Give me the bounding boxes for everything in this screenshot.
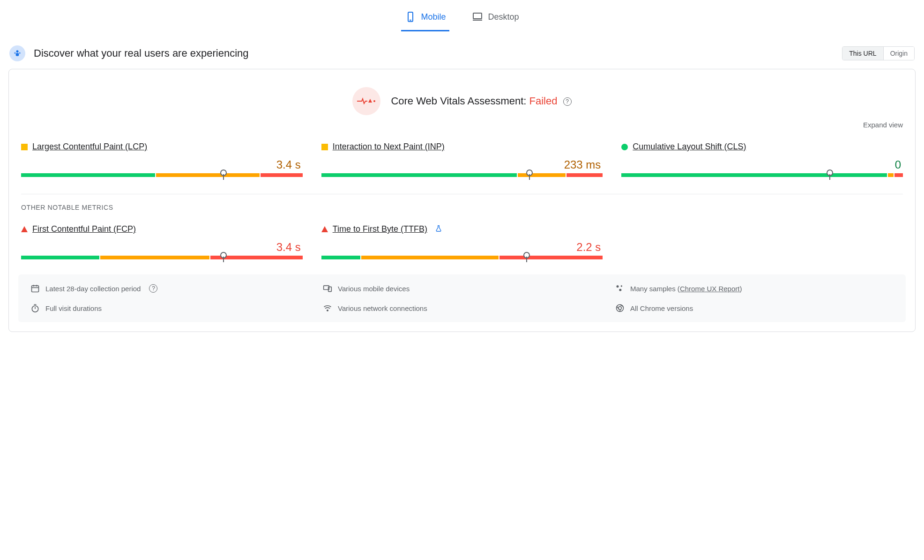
bar-orange [888, 173, 894, 177]
metric-fcp-value: 3.4 s [21, 241, 303, 254]
bar-orange [156, 173, 260, 177]
metric-lcp-value: 3.4 s [21, 158, 303, 171]
other-metrics-grid: First Contentful Paint (FCP) 3.4 s Time … [9, 214, 915, 264]
footer-period: Latest 28-day collection period ? [30, 284, 309, 293]
scope-origin[interactable]: Origin [883, 47, 914, 60]
vitals-panel: Core Web Vitals Assessment: Failed ? Exp… [8, 69, 916, 332]
desktop-icon [472, 11, 483, 22]
svg-point-6 [19, 52, 21, 54]
bar-green [621, 173, 887, 177]
svg-point-9 [373, 100, 375, 102]
footer-connections: Various network connections [323, 303, 601, 313]
metric-fcp-link[interactable]: First Contentful Paint (FCP) [32, 224, 136, 234]
device-tabs: Mobile Desktop [0, 0, 924, 31]
metric-ttfb: Time to First Byte (TTFB) 2.2 s [321, 224, 603, 259]
status-icon [621, 144, 628, 150]
bar-marker [829, 170, 831, 180]
status-icon [321, 226, 328, 232]
mobile-icon [405, 11, 416, 22]
bar-green [21, 256, 99, 259]
page-title: Discover what your real users are experi… [34, 47, 249, 59]
metric-inp-link[interactable]: Interaction to Next Paint (INP) [333, 142, 445, 152]
assessment-text: Core Web Vitals Assessment: Failed ? [391, 95, 571, 107]
footer-devices: Various mobile devices [323, 284, 601, 293]
metric-ttfb-link[interactable]: Time to First Byte (TTFB) [333, 224, 427, 234]
assessment-status: Failed [529, 95, 558, 107]
help-icon[interactable]: ? [563, 97, 572, 106]
expand-view-link[interactable]: Expand view [9, 121, 915, 132]
metric-cls-bar [621, 173, 903, 177]
users-icon [9, 45, 25, 61]
metric-inp: Interaction to Next Paint (INP) 233 ms [321, 142, 603, 177]
tab-desktop[interactable]: Desktop [468, 6, 522, 31]
footer-period-text: Latest 28-day collection period [45, 285, 141, 293]
experimental-icon [435, 225, 442, 234]
bar-marker [529, 170, 530, 180]
help-icon[interactable]: ? [149, 284, 157, 293]
assessment-label: Core Web Vitals Assessment: [391, 95, 529, 107]
metric-lcp-link[interactable]: Largest Contentful Paint (LCP) [32, 142, 147, 152]
metric-inp-bar [321, 173, 603, 177]
svg-point-4 [16, 50, 19, 52]
footer-samples-suffix: ) [739, 285, 742, 293]
tab-mobile[interactable]: Mobile [401, 6, 449, 31]
metric-fcp: First Contentful Paint (FCP) 3.4 s [21, 224, 303, 259]
tab-mobile-label: Mobile [421, 12, 446, 22]
stopwatch-icon [30, 303, 40, 313]
bar-marker [526, 253, 528, 262]
scope-this-url[interactable]: This URL [842, 47, 883, 60]
tab-desktop-label: Desktop [488, 12, 519, 22]
metric-lcp-bar [21, 173, 303, 177]
svg-marker-8 [368, 99, 372, 103]
footer-durations-text: Full visit durations [45, 304, 102, 312]
metric-cls-link[interactable]: Cumulative Layout Shift (CLS) [633, 142, 746, 152]
scope-toggle: This URL Origin [842, 46, 915, 60]
svg-rect-10 [32, 286, 39, 292]
bar-marker [223, 253, 224, 262]
bar-orange [361, 256, 498, 259]
footer-connections-text: Various network connections [338, 304, 427, 312]
bar-orange [518, 173, 565, 177]
bar-red [261, 173, 303, 177]
svg-rect-7 [16, 53, 19, 56]
footer-samples: Many samples (Chrome UX Report) [615, 284, 894, 293]
metric-ttfb-bar [321, 256, 603, 259]
svg-point-18 [619, 289, 621, 291]
bar-red [499, 256, 603, 259]
svg-point-16 [617, 285, 619, 287]
calendar-icon [30, 284, 40, 293]
bar-red [566, 173, 603, 177]
header-row: Discover what your real users are experi… [0, 31, 924, 69]
other-metrics-label: OTHER NOTABLE METRICS [9, 194, 915, 214]
metric-cls: Cumulative Layout Shift (CLS) 0 [621, 142, 903, 177]
assessment-row: Core Web Vitals Assessment: Failed ? [9, 69, 915, 121]
footer-samples-prefix: Many samples ( [630, 285, 680, 293]
footer-versions-text: All Chrome versions [630, 304, 693, 312]
status-icon [21, 226, 28, 232]
svg-rect-2 [473, 13, 482, 19]
devices-icon [323, 284, 332, 293]
core-metrics-grid: Largest Contentful Paint (LCP) 3.4 s Int… [9, 132, 915, 182]
bar-marker [223, 170, 224, 180]
footer-samples-link[interactable]: Chrome UX Report [680, 285, 740, 293]
status-icon [21, 144, 28, 150]
svg-point-22 [327, 310, 328, 311]
metric-fcp-bar [21, 256, 303, 259]
bar-green [21, 173, 155, 177]
svg-point-17 [621, 285, 622, 287]
scatter-icon [615, 284, 625, 293]
svg-point-5 [14, 52, 16, 54]
metric-lcp: Largest Contentful Paint (LCP) 3.4 s [21, 142, 303, 177]
collection-info: Latest 28-day collection period ? Variou… [18, 274, 906, 322]
bar-orange [100, 256, 209, 259]
footer-devices-text: Various mobile devices [338, 285, 410, 293]
metric-cls-value: 0 [621, 158, 903, 171]
bar-red [894, 173, 903, 177]
footer-versions: All Chrome versions [615, 303, 894, 313]
wifi-icon [323, 303, 332, 313]
metric-ttfb-value: 2.2 s [321, 241, 603, 254]
status-icon [321, 144, 328, 150]
footer-durations: Full visit durations [30, 303, 309, 313]
chrome-icon [615, 303, 625, 313]
vitals-icon [352, 87, 380, 115]
